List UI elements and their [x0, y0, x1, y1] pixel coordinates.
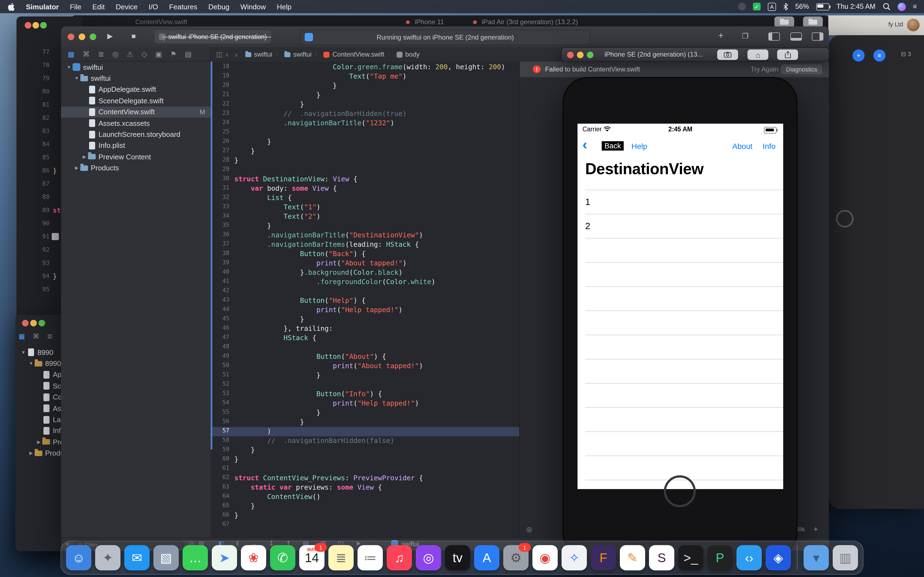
dock-notes[interactable]: ≣: [328, 545, 354, 571]
dock-photos[interactable]: ❀: [241, 545, 266, 571]
dock-downloads[interactable]: ▾: [804, 545, 829, 571]
code-line-47[interactable]: 47 HStack {: [211, 334, 519, 343]
code-line-24[interactable]: 24 .navigationBarTitle("1232"): [211, 119, 519, 128]
folder-upload-button-icon[interactable]: [803, 16, 823, 27]
dock-xcode[interactable]: ◈: [766, 545, 791, 571]
notification-center-icon[interactable]: ≡: [913, 3, 918, 10]
code-line-36[interactable]: 36 .navigationBarTitle("DestinationView"…: [211, 231, 519, 240]
share-button[interactable]: [777, 50, 798, 60]
code-line-35[interactable]: 35 }: [211, 221, 519, 231]
status-shield-icon[interactable]: ✓: [753, 3, 761, 10]
code-line-56[interactable]: 56 }: [211, 417, 519, 427]
code-line-60[interactable]: 60}: [211, 455, 519, 464]
dock-vscode[interactable]: ‹›: [737, 545, 762, 571]
code-line-33[interactable]: 33 Text("1"): [211, 203, 519, 212]
disclosure-icon[interactable]: ▼: [73, 76, 80, 81]
code-line-59[interactable]: 59 }: [211, 446, 519, 455]
code-line-50[interactable]: 50 print("About tapped!"): [211, 362, 519, 371]
status-record-icon[interactable]: [738, 3, 746, 10]
input-source-icon[interactable]: A: [768, 2, 776, 11]
code-line-45[interactable]: 45 }: [211, 315, 519, 324]
debug-panel-toggle-icon[interactable]: [790, 32, 802, 41]
navigator-row-swiftui[interactable]: ▼swiftui: [61, 61, 211, 73]
scheme-selector[interactable]: swiftui 〉 iPhone SE (2nd generation): [155, 30, 271, 44]
minimize-button[interactable]: [30, 320, 37, 326]
dock-safari[interactable]: ✧: [562, 545, 587, 571]
jumpbar-crumb-contentview-swift[interactable]: ContentView.swift: [324, 50, 384, 58]
code-line-62[interactable]: 62struct ContentView_Previews: PreviewPr…: [211, 474, 519, 483]
code-line-28[interactable]: 28}: [211, 156, 519, 165]
zoom-in-button[interactable]: +: [814, 525, 818, 533]
siri-icon[interactable]: [897, 2, 906, 11]
compose-button-icon[interactable]: +: [853, 50, 864, 61]
navigator-row-assets-xcassets[interactable]: Assets.xcassets: [61, 118, 211, 129]
close-icon[interactable]: [406, 20, 410, 24]
disclosure-icon[interactable]: ▼: [27, 361, 35, 366]
code-line-29[interactable]: 29: [211, 165, 519, 175]
close-button[interactable]: [25, 22, 31, 29]
code-line-55[interactable]: 55 }: [211, 408, 519, 417]
navigator-row-scenedelegate-swift[interactable]: SceneDelegate.swift: [61, 95, 211, 106]
folder-button-icon[interactable]: [774, 16, 794, 27]
code-line-20[interactable]: 20 }: [211, 81, 519, 91]
navigator-tab-icons[interactable]: ▦ ⌘ ≣: [19, 332, 53, 340]
code-line-25[interactable]: 25: [211, 128, 519, 137]
simulator-titlebar[interactable]: iPhone SE (2nd generation) (13... ⌂: [561, 47, 829, 61]
jumpbar-crumb-swiftui[interactable]: swiftui: [284, 50, 312, 58]
home-button-ring[interactable]: [664, 475, 696, 507]
dock-pages[interactable]: ✎: [620, 545, 645, 571]
navigator-row-products[interactable]: ▶Products: [61, 163, 211, 174]
dock-messages[interactable]: …: [183, 545, 208, 571]
navigator-panel-toggle-icon[interactable]: [768, 32, 780, 41]
list-row-1[interactable]: 1: [585, 190, 783, 214]
menu-debug[interactable]: Debug: [203, 2, 235, 11]
code-line-30[interactable]: 30struct DestinationView: View {: [211, 175, 519, 184]
menu-file[interactable]: File: [65, 2, 87, 11]
disclosure-icon[interactable]: ▶: [35, 440, 42, 445]
code-line-27[interactable]: 27 }: [211, 147, 519, 156]
bluetooth-icon[interactable]: [783, 3, 788, 10]
navigator-tab-icon-7[interactable]: ▣: [155, 50, 162, 58]
code-line-39[interactable]: 39 print("About tapped!"): [211, 259, 519, 268]
code-line-64[interactable]: 64 ContentView(): [211, 492, 519, 502]
navigator-tab-icon-5[interactable]: ⚠: [127, 50, 133, 58]
disclosure-icon[interactable]: ▶: [73, 165, 80, 170]
code-line-61[interactable]: 61: [211, 464, 519, 474]
close-button[interactable]: [22, 320, 29, 326]
code-line-58[interactable]: 58 // .navigationBarHidden(false): [211, 436, 519, 446]
menu-i-o[interactable]: I/O: [143, 2, 164, 11]
code-line-49[interactable]: 49 Button("About") {: [211, 352, 519, 362]
dock-pycharm[interactable]: P: [707, 545, 733, 571]
code-line-18[interactable]: 18 Color.green.frame(width: 200, height:…: [211, 63, 519, 72]
menu-simulator[interactable]: Simulator: [20, 2, 65, 11]
home-button[interactable]: ⌂: [748, 50, 768, 60]
code-line-37[interactable]: 37 .navigationBarItems(leading: HStack {: [211, 240, 519, 250]
code-line-48[interactable]: 48: [211, 343, 519, 352]
code-line-26[interactable]: 26 }: [211, 137, 519, 147]
minimize-button[interactable]: [32, 22, 39, 29]
dock-settings[interactable]: ⚙1: [503, 545, 528, 571]
list-button-icon[interactable]: ≡: [873, 50, 885, 61]
dock-launchpad[interactable]: ✦: [95, 545, 120, 571]
code-line-22[interactable]: 22 }: [211, 100, 519, 110]
dock-terminal[interactable]: >_: [678, 545, 703, 571]
navigator-row-appdelegate-swift[interactable]: AppDelegate.swift: [61, 84, 211, 95]
navigator-tab-icon-2[interactable]: ⌘: [83, 50, 90, 58]
code-line-65[interactable]: 65 }: [211, 502, 519, 511]
dock-maps[interactable]: ➤: [212, 545, 237, 571]
apple-menu-icon[interactable]: [0, 2, 20, 11]
code-editor[interactable]: 18 Color.green.frame(width: 200, height:…: [211, 61, 519, 538]
run-button[interactable]: ▶: [107, 32, 113, 40]
menu-edit[interactable]: Edit: [87, 2, 110, 11]
pin-icon[interactable]: ◎: [527, 525, 532, 533]
jumpbar-crumb-body[interactable]: body: [397, 50, 420, 58]
dock-calendar[interactable]: 14MAY1: [299, 545, 325, 571]
scroll-thumb[interactable]: [52, 233, 59, 240]
diagnostics-button[interactable]: Diagnostics: [781, 64, 822, 74]
menu-device[interactable]: Device: [110, 2, 143, 11]
dock-trash[interactable]: ▥: [833, 545, 858, 571]
dock-music[interactable]: ♫: [387, 545, 412, 571]
list-row-2[interactable]: 2: [585, 214, 783, 238]
dock-preview[interactable]: ▧: [153, 545, 179, 571]
related-items-icon[interactable]: ◫: [216, 50, 223, 58]
